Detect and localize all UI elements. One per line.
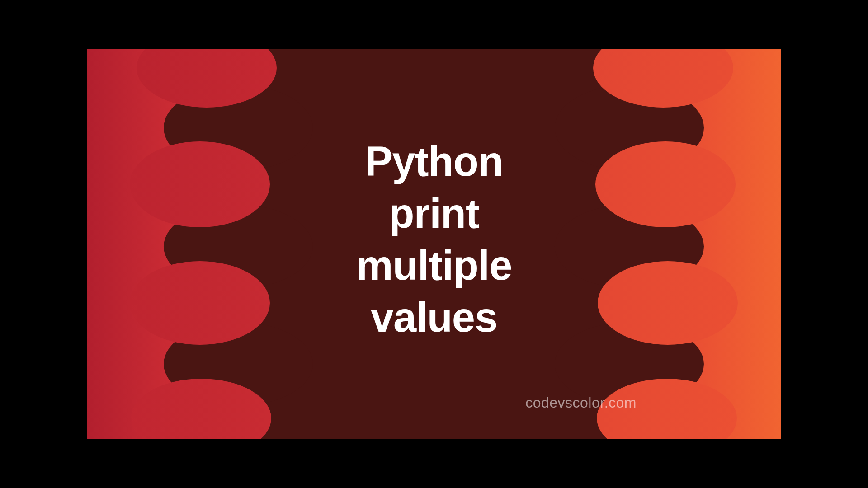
banner-title: Python print multiple values (356, 136, 512, 343)
title-line-4: values (356, 291, 512, 343)
watermark-text: codevscolor.com (525, 394, 637, 411)
banner-canvas: Python print multiple values codevscolor… (87, 49, 781, 439)
title-line-3: multiple (356, 239, 512, 291)
title-line-1: Python (356, 136, 512, 188)
title-line-2: print (356, 188, 512, 239)
title-container: Python print multiple values (87, 49, 781, 439)
